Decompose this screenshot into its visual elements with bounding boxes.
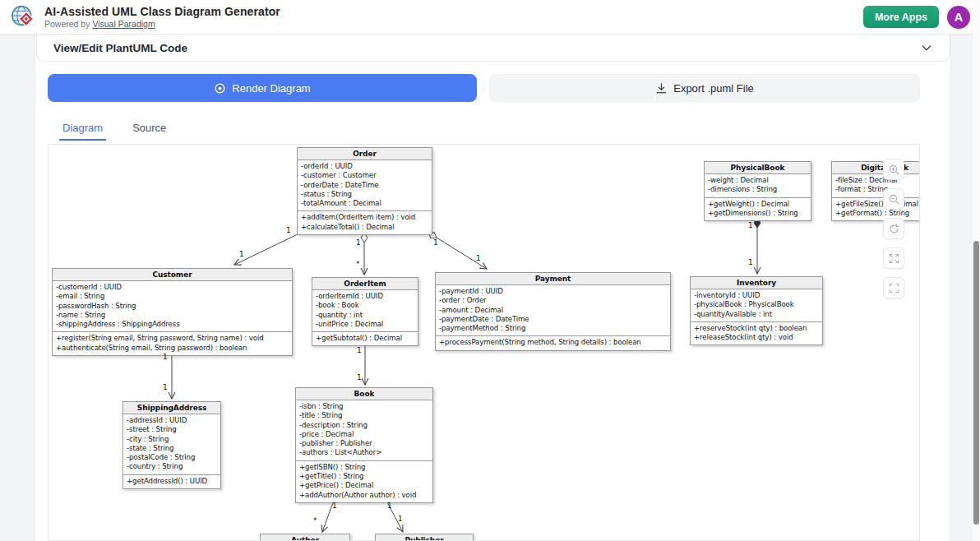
page-title: AI-Assisted UML Class Diagram Generator <box>44 5 280 18</box>
page-scrollbar <box>973 0 980 541</box>
panel-title: View/Edit PlantUML Code <box>53 42 187 54</box>
multiplicity-label: 1 <box>356 238 361 247</box>
multiplicity-label: 1 <box>286 226 291 234</box>
download-icon <box>655 82 668 95</box>
multiplicity-label: 1 <box>163 353 168 361</box>
fit-to-screen-button[interactable] <box>883 277 904 298</box>
canvas-controls <box>883 159 904 298</box>
zoom-in-button[interactable] <box>883 159 904 180</box>
visual-paradigm-logo <box>10 3 38 31</box>
avatar[interactable]: A <box>947 6 970 29</box>
tab-diagram[interactable]: Diagram <box>59 117 106 141</box>
scrollbar-thumb[interactable] <box>973 241 979 525</box>
multiplicity-label: 1 <box>398 515 403 523</box>
uml-class-orderitem: OrderItem -orderItemId : UUID -book : Bo… <box>312 277 418 346</box>
multiplicity-label: 1 <box>163 383 168 391</box>
uml-class-shippingaddress: ShippingAddress -addressId : UUID -stree… <box>122 401 221 489</box>
expand-icon <box>888 252 900 265</box>
multiplicity-label: 1 <box>387 502 392 510</box>
multiplicity-label: * <box>313 516 317 525</box>
multiplicity-label: 1 <box>332 502 337 510</box>
multiplicity-label: * <box>356 260 360 268</box>
uml-class-inventory: Inventory -inventoryId : UUID -physicalB… <box>690 276 823 345</box>
view-tabs: Diagram Source <box>48 115 920 141</box>
more-apps-button[interactable]: More Apps <box>863 6 939 28</box>
multiplicity-label: 1 <box>357 346 362 354</box>
zoom-out-button[interactable] <box>883 188 904 210</box>
multiplicity-label: 1 <box>476 254 481 262</box>
plantuml-code-panel-header[interactable]: View/Edit PlantUML Code <box>36 35 950 62</box>
reset-icon <box>888 223 900 235</box>
multiplicity-label: 1 <box>748 221 753 229</box>
uml-class-publisher: Publisher <box>375 534 474 541</box>
preview-icon <box>214 82 226 95</box>
multiplicity-label: 1 <box>357 373 362 381</box>
expand-button[interactable] <box>883 247 904 269</box>
uml-class-order: Order -orderId : UUID -customer : Custom… <box>297 147 432 235</box>
export-puml-button[interactable]: Export .puml File <box>489 74 920 102</box>
render-diagram-button[interactable]: Render Diagram <box>48 74 477 102</box>
powered-by: Powered by Visual Paradigm <box>44 19 280 29</box>
fit-to-screen-icon <box>888 282 900 294</box>
diagram-canvas[interactable]: Order -orderId : UUID -customer : Custom… <box>48 144 920 541</box>
zoom-out-icon <box>888 193 900 206</box>
uml-class-physicalbook: PhysicalBook -weight : Decimal -dimensio… <box>704 161 811 221</box>
visual-paradigm-link[interactable]: Visual Paradigm <box>92 19 155 29</box>
multiplicity-label: 1 <box>748 258 753 266</box>
multiplicity-label: 1 <box>433 238 438 247</box>
multiplicity-label: 1 <box>239 250 244 258</box>
app-header: AI-Assisted UML Class Diagram Generator … <box>0 0 980 35</box>
uml-class-author: Author <box>260 534 350 541</box>
uml-class-book: Book -isbn : String -title : String -des… <box>295 387 433 503</box>
uml-class-digitalbook: DigitalBook -fileSize : Decimal -format … <box>831 161 920 221</box>
tab-source[interactable]: Source <box>129 117 169 141</box>
reset-view-button[interactable] <box>883 218 904 239</box>
uml-class-payment: Payment -paymentId : UUID -order : Order… <box>435 272 671 351</box>
uml-class-customer: Customer -customerId : UUID -email : Str… <box>52 268 293 356</box>
chevron-down-icon[interactable] <box>920 41 933 54</box>
zoom-in-icon <box>888 164 900 176</box>
